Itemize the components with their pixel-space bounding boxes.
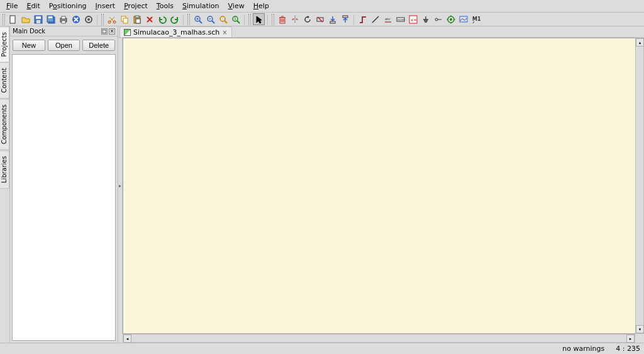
svg-rect-6 [48,16,52,18]
save-all-button[interactable] [45,13,57,25]
copy-button[interactable] [118,13,130,25]
menu-bar: File Edit Positioning Insert Project Too… [0,0,644,13]
svg-rect-9 [62,21,65,23]
svg-rect-27 [330,21,335,23]
delete-tool-button[interactable] [276,13,288,25]
menu-edit[interactable]: Edit [23,1,43,11]
dock-float-button[interactable]: □ [101,28,108,35]
scroll-left-arrow[interactable]: ◂ [123,335,131,343]
cut-button[interactable] [106,13,118,25]
status-warnings: no warnings [562,345,604,353]
horizontal-scrollbar[interactable]: ◂ ▸ [123,334,635,343]
zoom-out-button[interactable] [204,13,216,25]
zoom-fit-button[interactable] [217,13,229,25]
delete-project-button[interactable]: Delete [82,40,115,51]
scroll-down-arrow[interactable]: ▾ [636,325,644,333]
svg-rect-28 [343,16,348,18]
port-button[interactable] [432,13,444,25]
line-tool-button[interactable] [369,13,381,25]
svg-point-22 [220,16,225,21]
svg-text:abc: abc [385,17,391,21]
save-button[interactable] [32,13,44,25]
document-tab-label: Simulacao_3_malhas.sch [133,28,219,36]
new-file-button[interactable] [7,13,19,25]
projects-list[interactable] [12,54,116,341]
svg-rect-18 [135,16,139,18]
toolbar-handle[interactable] [248,14,251,25]
side-tab-projects[interactable]: Projects [0,26,9,62]
menu-insert[interactable]: Insert [92,1,119,11]
wire-label-button[interactable]: abc [382,13,394,25]
print-button[interactable] [57,13,69,25]
redo-button[interactable] [169,13,180,25]
out-hierarchy-button[interactable] [339,13,351,25]
menu-view[interactable]: View [225,1,248,11]
rotate-button[interactable] [301,13,313,25]
marker-button[interactable]: M1 [470,13,482,25]
vertical-scrollbar[interactable]: ▴ ▾ [635,38,644,334]
editor-area: Simulacao_3_malhas.sch × ▸ ▴ ▾ ◂ ▸ [118,26,644,343]
menu-positioning[interactable]: Positioning [45,1,91,11]
toolbar-handle[interactable] [187,14,190,25]
schematic-icon [124,29,131,36]
status-bar: no warnings 4 : 235 [0,343,644,354]
scroll-up-arrow[interactable]: ▴ [636,38,644,47]
open-project-button[interactable]: Open [48,40,80,51]
svg-rect-16 [123,18,128,23]
settings-button[interactable] [82,13,94,25]
svg-point-36 [450,18,452,21]
dock-close-button[interactable]: × [109,28,115,35]
new-project-button[interactable]: New [13,40,45,51]
pointer-tool-button[interactable] [253,13,265,25]
document-tab-bar: Simulacao_3_malhas.sch × [118,26,644,38]
simulate-button[interactable] [445,13,457,25]
schematic-canvas[interactable] [123,38,635,334]
menu-tools[interactable]: Tools [153,1,177,11]
side-tab-libraries[interactable]: Libraries [0,150,9,189]
toolbar-handle[interactable] [101,14,104,25]
svg-text:M1: M1 [472,16,480,22]
side-tab-components[interactable]: Components [0,99,9,150]
mirror-button[interactable] [289,13,301,25]
menu-file[interactable]: File [3,1,21,11]
data-display-button[interactable] [457,13,469,25]
document-tab-close[interactable]: × [222,29,227,36]
svg-rect-8 [62,16,65,19]
document-tab[interactable]: Simulacao_3_malhas.sch × [119,26,232,37]
canvas-collapse-handle[interactable]: ▸ [118,38,123,334]
activate-toggle-button[interactable] [314,13,326,25]
dock-body: New Open Delete [10,36,118,343]
menu-project[interactable]: Project [120,1,152,11]
side-tab-content[interactable]: Content [0,62,9,99]
zoom-in-button[interactable] [192,13,204,25]
side-tab-strip: Projects Content Components Libraries [0,26,10,343]
menu-simulation[interactable]: Simulation [179,1,223,11]
menu-help[interactable]: Help [250,1,273,11]
svg-rect-2 [36,16,41,19]
scroll-right-arrow[interactable]: ▸ [626,335,635,343]
main-dock: Main Dock □ × New Open Delete [10,26,118,343]
svg-point-12 [87,18,90,21]
close-doc-button[interactable] [70,13,82,25]
equation-button[interactable]: x=1 [407,13,419,25]
into-hierarchy-button[interactable] [326,13,338,25]
svg-text:1: 1 [234,16,236,21]
svg-text:NAME: NAME [397,18,405,21]
undo-button[interactable] [156,13,168,25]
wire-button[interactable] [357,13,369,25]
paste-button[interactable] [131,13,143,25]
name-tool-button[interactable]: NAME [394,13,406,25]
delete-button[interactable] [143,13,155,25]
status-coordinates: 4 : 235 [616,345,640,353]
ground-button[interactable] [419,13,431,25]
dock-title-bar: Main Dock □ × [10,26,118,36]
toolbar: 1 abc NAME x=1 [0,13,644,26]
main-area: Projects Content Components Libraries Ma… [0,26,644,343]
toolbar-handle[interactable] [3,14,5,25]
zoom-1-button[interactable]: 1 [230,13,242,25]
open-file-button[interactable] [19,13,31,25]
toolbar-handle[interactable] [272,14,274,25]
svg-rect-3 [36,20,40,23]
svg-text:x=1: x=1 [411,18,418,23]
svg-point-34 [435,18,438,21]
